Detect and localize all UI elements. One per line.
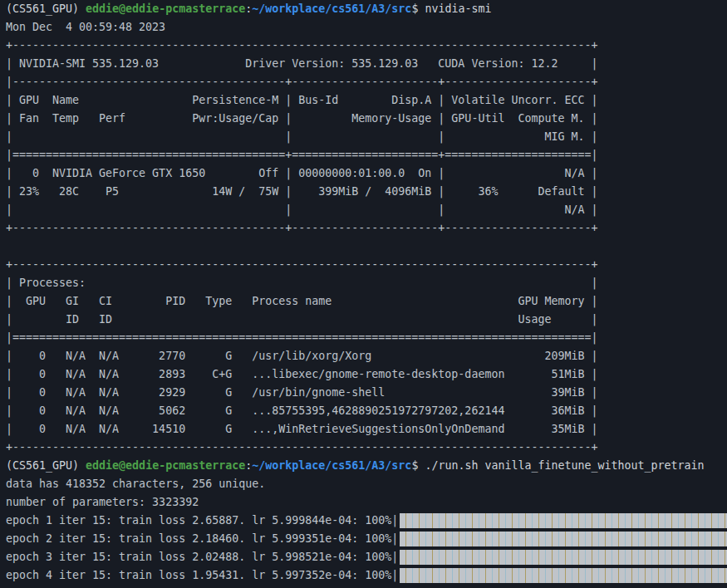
prompt-path: ~/workplace/cs561/A3/src <box>252 2 411 15</box>
smi-border-top: +---------------------------------------… <box>6 37 727 55</box>
prompt-line-2: (CS561_GPU) eddie@eddie-pcmasterrace:~/w… <box>6 457 727 475</box>
smi-separator: |---------------------------------------… <box>6 73 727 91</box>
smi-header-row-3: | | | MIG M. | <box>6 128 727 146</box>
epoch-stats: epoch 1 iter 15: train loss 2.65887. lr … <box>6 512 398 530</box>
stdout-data-info: data has 418352 characters, 256 unique. <box>6 475 727 493</box>
smi-header-row-1: | GPU Name Persistence-M | Bus-Id Disp.A… <box>6 91 727 110</box>
smi-border-bottom: +---------------------------------------… <box>6 219 727 238</box>
processes-title-row: | Processes: | <box>6 274 727 292</box>
processes-header-row-2: | ID ID Usage | <box>6 311 727 329</box>
smi-gpu-row-3: | | | N/A | <box>6 201 727 219</box>
smi-version-row: | NVIDIA-SMI 535.129.03 Driver Version: … <box>6 55 727 73</box>
command-run-script: $ ./run.sh vanilla_finetune_without_pret… <box>411 459 704 472</box>
prompt-user-host: eddie@eddie-pcmasterrace <box>86 2 245 15</box>
datetime-line: Mon Dec 4 00:59:48 2023 <box>6 18 727 37</box>
epoch-line-2: epoch 2 iter 15: train loss 2.18460. lr … <box>6 530 727 548</box>
process-row-5062: | 0 N/A N/A 5062 G ...85755395,462889025… <box>6 402 727 420</box>
prompt-venv: (CS561_GPU) <box>6 2 86 15</box>
process-row-14510: | 0 N/A N/A 14510 G ...,WinRetrieveSugge… <box>6 420 727 439</box>
blank-line <box>6 238 727 256</box>
train-progress-bar <box>400 550 727 565</box>
process-row-gnome-shell: | 0 N/A N/A 2929 G /usr/bin/gnome-shell … <box>6 384 727 402</box>
process-row-xorg: | 0 N/A N/A 2770 G /usr/lib/xorg/Xorg 20… <box>6 347 727 365</box>
smi-gpu-row-2: | 23% 28C P5 14W / 75W | 399MiB / 4096Mi… <box>6 183 727 201</box>
epoch-line-3: epoch 3 iter 15: train loss 2.02488. lr … <box>6 548 727 566</box>
smi-gpu-row-1: | 0 NVIDIA GeForce GTX 1650 Off | 000000… <box>6 164 727 183</box>
prompt-venv: (CS561_GPU) <box>6 459 86 472</box>
smi-header-row-2: | Fan Temp Perf Pwr:Usage/Cap | Memory-U… <box>6 110 727 128</box>
prompt-line-1: (CS561_GPU) eddie@eddie-pcmasterrace:~/w… <box>6 0 727 18</box>
train-progress-bar <box>400 513 727 528</box>
train-progress-bar <box>400 568 727 583</box>
epoch-stats: epoch 4 iter 15: train loss 1.95431. lr … <box>6 566 398 585</box>
process-row-remote-desktop: | 0 N/A N/A 2893 C+G ...libexec/gnome-re… <box>6 365 727 384</box>
epoch-stats: epoch 3 iter 15: train loss 2.02488. lr … <box>6 548 398 566</box>
prompt-user-host: eddie@eddie-pcmasterrace <box>86 459 245 472</box>
smi-header-separator: |=======================================… <box>6 146 727 164</box>
prompt-path: ~/workplace/cs561/A3/src <box>252 459 411 472</box>
processes-border-bottom: +---------------------------------------… <box>6 439 727 457</box>
epoch-line-1: epoch 1 iter 15: train loss 2.65887. lr … <box>6 512 727 530</box>
terminal-window[interactable]: (CS561_GPU) eddie@eddie-pcmasterrace:~/w… <box>0 0 727 588</box>
processes-border-top: +---------------------------------------… <box>6 256 727 274</box>
command-nvidia-smi: $ nvidia-smi <box>411 2 491 15</box>
processes-header-row-1: | GPU GI CI PID Type Process name GPU Me… <box>6 292 727 311</box>
epoch-stats: epoch 2 iter 15: train loss 2.18460. lr … <box>6 530 398 548</box>
stdout-param-count: number of parameters: 3323392 <box>6 493 727 512</box>
epoch-line-4: epoch 4 iter 15: train loss 1.95431. lr … <box>6 566 727 585</box>
train-progress-bar <box>400 532 727 546</box>
processes-header-separator: |=======================================… <box>6 329 727 347</box>
